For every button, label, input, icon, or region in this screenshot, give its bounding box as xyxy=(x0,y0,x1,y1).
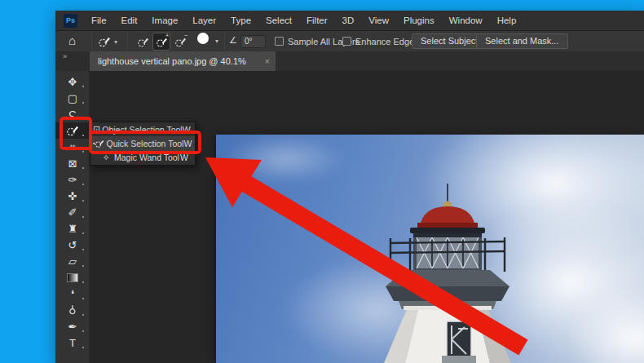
tool-flyout-menu: ⊡ Object Selection Tool W ▪ Quick Select… xyxy=(90,122,196,166)
flyout-item-label: Quick Selection Tool xyxy=(106,139,183,148)
document-tab[interactable]: lighthouse vertical pano.jpg @ 40.1% (RG… xyxy=(90,51,276,71)
tool-eraser[interactable]: ▱ xyxy=(55,253,90,269)
enhance-edge-checkbox[interactable] xyxy=(342,37,351,46)
toolbar-collapse-button[interactable]: » xyxy=(63,52,68,60)
chevron-down-icon: ▾ xyxy=(114,38,117,46)
eraser-icon: ▱ xyxy=(68,256,77,267)
tool-eyedropper[interactable]: ✑ xyxy=(55,171,90,188)
lasso-icon: Ϛ xyxy=(68,109,76,120)
crop-icon: ⌗ xyxy=(69,142,75,153)
menu-window[interactable]: Window xyxy=(442,11,490,30)
tool-type[interactable]: T xyxy=(55,334,90,351)
menu-select[interactable]: Select xyxy=(258,11,299,30)
canvas-area[interactable] xyxy=(90,71,644,363)
menu-items: File Edit Image Layer Type Select Filter… xyxy=(84,11,523,30)
tool-brush[interactable]: ✐ xyxy=(55,204,90,220)
lighthouse-photo[interactable] xyxy=(216,135,644,363)
tool-preset-button[interactable]: ▾ xyxy=(98,34,124,49)
tool-pen[interactable]: ✒ xyxy=(55,318,90,334)
clone-stamp-icon: ♜ xyxy=(68,224,77,234)
tool-rectangular-marquee[interactable]: ▢ xyxy=(55,90,90,106)
menu-plugins[interactable]: Plugins xyxy=(396,11,442,30)
tool-gradient[interactable] xyxy=(55,269,90,286)
flyout-item-quick-selection[interactable]: ▪ Quick Selection Tool W xyxy=(90,136,195,150)
add-to-selection-button[interactable]: + xyxy=(153,33,170,50)
menu-type[interactable]: Type xyxy=(223,11,258,30)
dodge-icon: ⚲ xyxy=(68,305,77,316)
subtract-from-selection-button[interactable]: − xyxy=(172,33,188,50)
brush-icon: ✐ xyxy=(68,207,77,218)
tool-spot-healing-brush[interactable]: ✜ xyxy=(55,188,90,204)
blur-icon: ❛ xyxy=(71,289,74,299)
marquee-icon: ▢ xyxy=(68,93,77,104)
tool-crop[interactable]: ⌗ xyxy=(55,139,90,155)
menu-filter[interactable]: Filter xyxy=(299,11,335,30)
tool-dodge[interactable]: ⚲ xyxy=(55,302,90,318)
tool-move[interactable]: ✥ xyxy=(55,73,90,90)
tool-lasso[interactable]: Ϛ xyxy=(55,106,90,122)
menu-layer[interactable]: Layer xyxy=(185,11,223,30)
photoshop-logo-icon: Ps xyxy=(64,14,77,28)
new-selection-icon xyxy=(137,36,149,48)
angle-input[interactable]: 0° xyxy=(240,35,266,48)
healing-brush-icon: ✜ xyxy=(68,191,77,201)
quick-selection-icon xyxy=(95,138,104,148)
divider xyxy=(91,33,92,50)
tool-history-brush[interactable]: ↺ xyxy=(55,237,90,253)
move-icon: ✥ xyxy=(68,77,77,87)
menu-edit[interactable]: Edit xyxy=(114,11,145,30)
home-icon[interactable]: ⌂ xyxy=(68,33,76,47)
toolbar: ✥ ▢ Ϛ ⌗ ⊠ ✑ ✜ ✐ ♜ ↺ ▱ ❛ ⚲ ✒ T xyxy=(55,71,90,363)
tool-blur[interactable]: ❛ xyxy=(55,286,90,302)
history-brush-icon: ↺ xyxy=(68,240,77,250)
pen-icon: ✒ xyxy=(68,321,77,332)
flyout-item-label: Magic Wand Tool xyxy=(114,153,179,162)
quick-selection-icon xyxy=(98,35,111,48)
menu-help[interactable]: Help xyxy=(490,11,524,30)
tool-clone-stamp[interactable]: ♜ xyxy=(55,220,90,237)
quick-selection-icon xyxy=(66,124,79,137)
menu-3d[interactable]: 3D xyxy=(335,11,362,30)
shortcut-label: W xyxy=(180,153,195,162)
sample-all-layers-checkbox[interactable] xyxy=(275,37,284,46)
select-and-mask-button[interactable]: Select and Mask... xyxy=(476,33,568,49)
document-tab-bar: » lighthouse vertical pano.jpg @ 40.1% (… xyxy=(55,51,644,71)
menu-view[interactable]: View xyxy=(361,11,396,30)
flyout-item-object-selection[interactable]: ⊡ Object Selection Tool W xyxy=(90,122,195,136)
chevron-down-icon[interactable]: ▾ xyxy=(215,38,218,45)
angle-icon: ∠ xyxy=(229,35,237,46)
gradient-icon xyxy=(67,273,78,282)
type-icon: T xyxy=(69,338,76,348)
object-selection-icon: ⊡ xyxy=(93,124,100,135)
brush-preview-icon xyxy=(197,33,209,44)
plus-badge: + xyxy=(165,33,169,38)
photoshop-window: Ps File Edit Image Layer Type Select Fil… xyxy=(55,11,644,363)
menu-file[interactable]: File xyxy=(84,11,114,30)
frame-icon: ⊠ xyxy=(68,158,77,169)
divider xyxy=(224,33,225,50)
divider xyxy=(127,33,128,50)
flyout-item-label: Object Selection Tool xyxy=(102,125,182,135)
lighthouse-illustration xyxy=(216,135,644,363)
tool-quick-selection[interactable] xyxy=(55,122,90,139)
enhance-edge-label: Enhance Edge xyxy=(355,37,414,46)
menu-image[interactable]: Image xyxy=(144,11,185,30)
minus-badge: − xyxy=(184,33,187,38)
menu-bar: Ps File Edit Image Layer Type Select Fil… xyxy=(55,11,644,30)
eyedropper-icon: ✑ xyxy=(68,175,77,185)
options-bar: ⌂ ▾ + xyxy=(55,30,644,51)
desktop: Ps File Edit Image Layer Type Select Fil… xyxy=(0,0,644,363)
close-icon[interactable]: × xyxy=(265,51,270,71)
flyout-item-magic-wand[interactable]: ✧ Magic Wand Tool W xyxy=(90,151,195,165)
shortcut-label: W xyxy=(183,125,197,135)
magic-wand-icon: ✧ xyxy=(99,153,112,163)
tool-frame[interactable]: ⊠ xyxy=(55,155,90,171)
new-selection-button[interactable] xyxy=(135,33,151,50)
shortcut-label: W xyxy=(183,139,198,148)
